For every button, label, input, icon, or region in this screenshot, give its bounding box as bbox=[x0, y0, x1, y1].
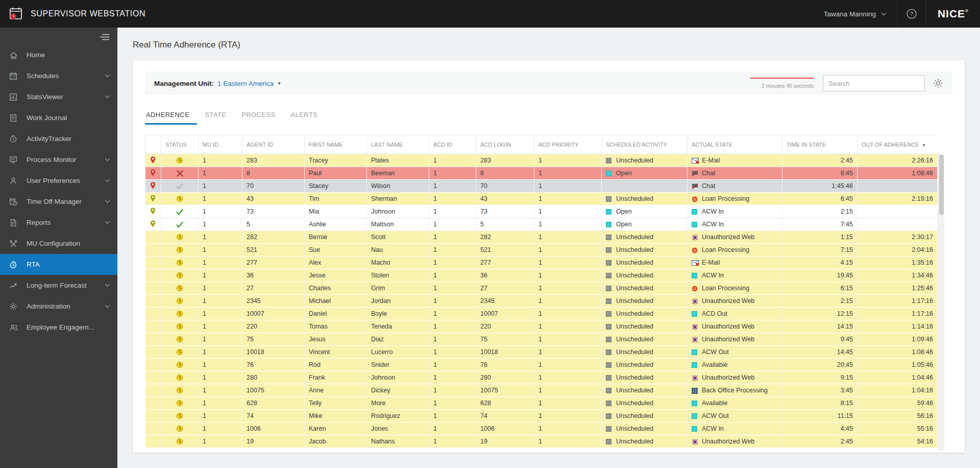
table-row[interactable]: 175JesusDiaz1751UnscheduledUnauthorized … bbox=[145, 333, 938, 346]
status-late-icon bbox=[176, 412, 183, 419]
column-header-acd-id[interactable]: ACD ID bbox=[429, 135, 476, 154]
tab-adherence[interactable]: ADHERENCE bbox=[145, 107, 197, 125]
status-cell bbox=[161, 308, 199, 320]
table-row[interactable]: 110075AnneDickey1100751UnscheduledBack O… bbox=[145, 384, 938, 397]
out-of-adherence-cell: 59:46 bbox=[857, 397, 938, 410]
table-row[interactable]: 176RodSnider1761UnscheduledAvailable20:4… bbox=[145, 359, 938, 371]
sidebar-item-schedules[interactable]: Schedules bbox=[0, 65, 117, 86]
time-in-state-cell: 20:45 bbox=[782, 359, 857, 371]
table-row[interactable]: 1628TellyMore16281UnscheduledAvailable8:… bbox=[145, 397, 938, 410]
out-of-adherence-cell: 55:16 bbox=[857, 423, 938, 435]
sidebar-item-mu-configuration[interactable]: MU Configuration bbox=[0, 233, 117, 254]
search-input[interactable] bbox=[823, 75, 925, 91]
sidebar-item-reports[interactable]: Reports bbox=[0, 212, 117, 233]
unauthorized-web-icon bbox=[692, 375, 700, 381]
column-header-status[interactable]: STATUS bbox=[161, 135, 199, 154]
table-row[interactable]: 1283TraceyPlates12831UnscheduledE-Mail2:… bbox=[145, 154, 938, 167]
column-header-last-name[interactable]: LAST NAME bbox=[367, 135, 429, 154]
table-row[interactable]: 173MiaJohnson1731OpenACW In2:15 bbox=[145, 205, 938, 218]
timeoff-icon bbox=[9, 198, 21, 206]
acd-id-cell: 1 bbox=[429, 423, 476, 435]
menu-toggle-button[interactable] bbox=[0, 28, 117, 44]
acd-priority-cell: 1 bbox=[534, 205, 602, 218]
acd-id-cell: 1 bbox=[429, 371, 476, 384]
scheduled-activity-cell: Unscheduled bbox=[602, 295, 688, 308]
agent-id-cell: 282 bbox=[242, 231, 305, 244]
sidebar-item-rta[interactable]: RTA bbox=[0, 254, 117, 275]
acd-id-cell: 1 bbox=[429, 333, 476, 346]
table-row[interactable]: 1282BernieScott12821UnscheduledUnauthori… bbox=[145, 231, 938, 244]
table-row[interactable]: 1521SueNau15211UnscheduledLoan Processin… bbox=[145, 244, 938, 256]
sidebar-item-time-off-manager[interactable]: Time Off Manager bbox=[0, 191, 117, 212]
sidebar-item-work-journal[interactable]: Work Journal bbox=[0, 107, 117, 128]
status-missed-icon bbox=[177, 170, 183, 177]
management-unit-select[interactable]: 1 Eastern America ▼ bbox=[217, 80, 281, 87]
column-header-mu-id[interactable]: MU ID bbox=[199, 135, 242, 154]
column-header-acd-login[interactable]: ACD LOGIN bbox=[476, 135, 534, 154]
column-header-acd-priority[interactable]: ACD PRIORITY bbox=[534, 135, 602, 154]
status-late-icon bbox=[176, 336, 183, 343]
first-name-cell: Jacob bbox=[305, 435, 367, 448]
column-header-pin[interactable] bbox=[145, 135, 161, 154]
agent-id-cell: 1006 bbox=[242, 423, 305, 435]
table-row[interactable]: 143TimSherman1431UnscheduledLoan Process… bbox=[145, 193, 938, 205]
acd-login-cell: 10018 bbox=[476, 346, 534, 359]
tab-process[interactable]: PROCESS bbox=[234, 107, 283, 125]
sidebar-item-statsviewer[interactable]: StatsViewer bbox=[0, 86, 117, 107]
status-cell bbox=[161, 397, 199, 410]
sidebar-item-user-preferences[interactable]: User Preferences bbox=[0, 170, 117, 191]
acd-priority-cell: 1 bbox=[534, 180, 602, 193]
table-row[interactable]: 136JesseStolen1361UnscheduledACW In19:45… bbox=[145, 269, 938, 282]
sidebar-item-activitytracker[interactable]: ActivityTracker bbox=[0, 128, 117, 149]
acd-login-cell: 8 bbox=[476, 167, 534, 180]
column-header-agent-id[interactable]: AGENT ID bbox=[242, 135, 305, 154]
state-square-cyan bbox=[692, 311, 700, 317]
table-row[interactable]: 110018VincentLucerro1100181UnscheduledAC… bbox=[145, 346, 938, 359]
user-menu[interactable]: Tawana Manning bbox=[814, 0, 897, 28]
time-in-state-cell: 2:45 bbox=[782, 435, 857, 448]
state-square-gray bbox=[606, 362, 615, 368]
column-header-out-of-adherence[interactable]: OUT OF ADHERENCE▼ bbox=[857, 135, 938, 154]
sidebar-item-employee-engagem[interactable]: Employee Engagem... bbox=[0, 317, 117, 338]
column-header-time-in-state[interactable]: TIME IN STATE bbox=[782, 135, 857, 154]
actual-state-cell: Chat bbox=[688, 180, 782, 193]
help-button[interactable]: ? bbox=[897, 0, 926, 28]
tab-alerts[interactable]: ALERTS bbox=[283, 107, 326, 125]
acd-id-cell: 1 bbox=[429, 308, 476, 320]
loan-processing-icon bbox=[692, 286, 700, 292]
scheduled-activity-cell: Unscheduled bbox=[602, 410, 688, 423]
tab-state[interactable]: STATE bbox=[197, 107, 234, 125]
table-row[interactable]: 1220TomasTeneda12201UnscheduledUnauthori… bbox=[145, 320, 938, 333]
acd-priority-cell: 1 bbox=[534, 167, 602, 180]
table-row[interactable]: 174MikeRodriguez1741UnscheduledACW Out11… bbox=[145, 410, 938, 423]
table-row[interactable]: 119JacobNathans1191UnscheduledUnauthoriz… bbox=[145, 435, 938, 448]
sidebar-item-home[interactable]: Home bbox=[0, 44, 117, 65]
chevron-down-icon bbox=[105, 179, 110, 182]
first-name-cell: Anne bbox=[305, 384, 367, 397]
table-row[interactable]: 15AshlieMattson151OpenACW In7:45 bbox=[145, 218, 938, 231]
table-scrollbar[interactable] bbox=[938, 154, 944, 450]
settings-gear-icon[interactable] bbox=[933, 78, 943, 88]
table-row[interactable]: 1280FrankJohnson12801UnscheduledUnauthor… bbox=[145, 371, 938, 384]
table-row[interactable]: 12345MichaelJordan123451UnscheduledUnaut… bbox=[145, 295, 938, 308]
table-row[interactable]: 127CharlesGrim1271UnscheduledLoan Proces… bbox=[145, 282, 938, 295]
gear-icon bbox=[9, 302, 21, 311]
sidebar-item-long-term-forecast[interactable]: Long-term Forecast bbox=[0, 275, 117, 296]
table-row[interactable]: 170StaceyWilson1701Chat1:45:46 bbox=[145, 180, 938, 193]
agent-id-cell: 5 bbox=[242, 218, 305, 231]
table-row[interactable]: 1277AlexMacho12771UnscheduledE-Mail4:151… bbox=[145, 256, 938, 269]
column-header-scheduled-activity[interactable]: SCHEDULED ACTIVITY bbox=[602, 135, 688, 154]
column-header-actual-state[interactable]: ACTUAL STATE bbox=[688, 135, 782, 154]
sidebar-item-administration[interactable]: Administration bbox=[0, 296, 117, 317]
column-header-first-name[interactable]: FIRST NAME bbox=[305, 135, 367, 154]
last-name-cell: Nau bbox=[367, 244, 429, 256]
actual-state-cell: ACW In bbox=[688, 423, 782, 435]
sidebar-item-process-monitor[interactable]: Process Monitor bbox=[0, 149, 117, 170]
table-row[interactable]: 11006KarenJones110061UnscheduledACW In4:… bbox=[145, 423, 938, 435]
out-of-adherence-cell: 1:25:46 bbox=[857, 282, 938, 295]
table-row[interactable]: 110007DanielBoyle1100071UnscheduledACD O… bbox=[145, 308, 938, 320]
time-in-state-cell: 7:45 bbox=[782, 218, 857, 231]
scrollbar-thumb[interactable] bbox=[939, 155, 944, 215]
table-row[interactable]: 18PaulBeeman181OpenChat8:451:08:46 bbox=[145, 167, 938, 180]
time-in-state-cell: 12:15 bbox=[782, 308, 857, 320]
